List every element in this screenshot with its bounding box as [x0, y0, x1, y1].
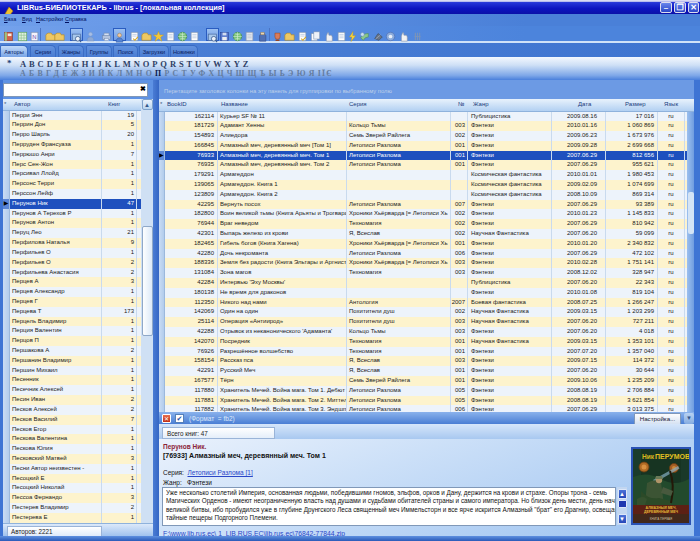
- svg-text:ПЕРУМОВ: ПЕРУМОВ: [655, 453, 689, 460]
- svg-text:ДЕРЕВЯННЫЙ МЕЧ: ДЕРЕВЯННЫЙ МЕЧ: [644, 510, 679, 514]
- svg-text:N: N: [32, 34, 36, 40]
- svg-text:Ник: Ник: [642, 453, 655, 460]
- svg-text:КНИГА ПЕРВАЯ: КНИГА ПЕРВАЯ: [650, 517, 673, 521]
